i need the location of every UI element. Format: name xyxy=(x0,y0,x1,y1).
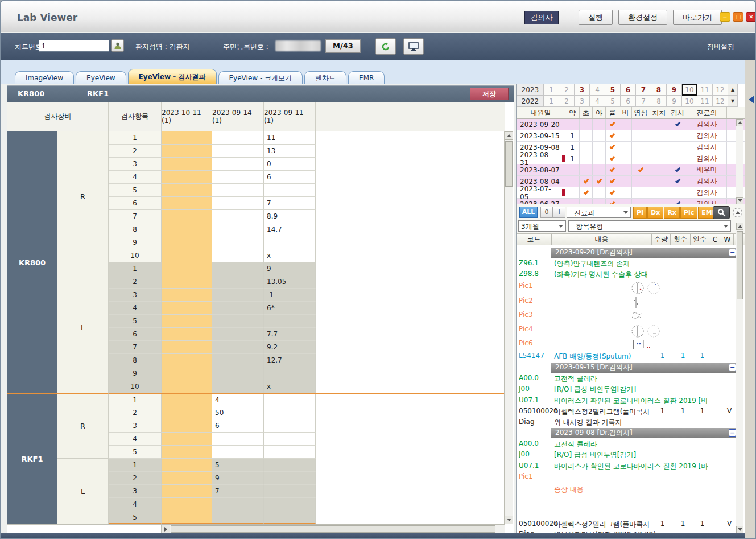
visit-row[interactable]: 2023-08-07배우미 xyxy=(517,164,745,176)
calendar-month-2022-6[interactable]: 6 xyxy=(621,96,636,107)
exam-cell[interactable] xyxy=(316,498,505,511)
exam-cell[interactable] xyxy=(212,210,264,223)
exam-cell[interactable]: 5 xyxy=(109,511,162,524)
exam-cell[interactable] xyxy=(212,223,264,236)
exam-cell[interactable] xyxy=(316,131,505,145)
calendar-month-2023-6[interactable]: 6 xyxy=(621,84,636,96)
exam-cell[interactable]: 7.7 xyxy=(264,328,316,341)
calendar-month-2022-8[interactable]: 8 xyxy=(651,96,667,107)
exam-cell[interactable] xyxy=(162,459,212,472)
exam-cell[interactable] xyxy=(212,158,264,171)
exam-cell[interactable] xyxy=(162,184,212,197)
exam-cell[interactable]: 6 xyxy=(264,171,316,184)
exam-cell[interactable] xyxy=(212,184,264,197)
exam-cell[interactable]: 14.7 xyxy=(264,223,316,236)
period-dropdown[interactable]: 3개월 xyxy=(518,220,566,232)
scroll-down-icon[interactable] xyxy=(505,516,513,524)
exam-cell[interactable] xyxy=(316,236,505,249)
calendar-month-2023-11[interactable]: 11 xyxy=(697,84,713,96)
exam-cell[interactable] xyxy=(162,394,212,406)
calendar-month-2023-8[interactable]: 8 xyxy=(651,84,667,96)
exam-cell[interactable]: 2 xyxy=(109,275,162,289)
calendar-month-2023-10[interactable]: 10 xyxy=(682,84,697,96)
calendar-scroll-down[interactable]: ▼ xyxy=(728,96,738,107)
detail-row[interactable]: 050100020아셀렉스정2밀리그램(폴마콕시111V xyxy=(517,519,745,529)
tab-penchart[interactable]: 펜차트 xyxy=(304,71,346,84)
exam-cell[interactable] xyxy=(162,472,212,485)
exam-cell[interactable]: 4 xyxy=(109,302,162,315)
exam-cell[interactable]: 3 xyxy=(109,158,162,171)
exam-cell[interactable] xyxy=(316,171,505,184)
exam-cell[interactable]: 2 xyxy=(109,406,162,419)
close-icon[interactable]: ✕ xyxy=(746,12,756,22)
tab-eyeview-zoom[interactable]: EyeView - 크게보기 xyxy=(218,71,303,84)
exam-cell[interactable] xyxy=(264,367,316,380)
detail-row[interactable]: Pic1 xyxy=(517,281,745,296)
exam-cell[interactable]: 9 xyxy=(109,236,162,249)
detail-row[interactable]: J00[R/O] 급성 비인두염[감기] xyxy=(517,450,745,461)
user-button[interactable]: 김의사 xyxy=(524,11,559,24)
detail-row[interactable]: Diag위 내시경 결과 기록지 xyxy=(517,417,745,428)
exam-cell[interactable]: 9.2 xyxy=(264,341,316,354)
exam-cell[interactable]: 6 xyxy=(109,197,162,210)
exam-cell[interactable] xyxy=(162,289,212,302)
exam-cell[interactable] xyxy=(316,380,505,393)
exam-cell[interactable] xyxy=(316,145,505,158)
scope-button-all[interactable]: ALL xyxy=(519,207,538,218)
exam-cell[interactable] xyxy=(162,328,212,341)
exam-cell[interactable]: -1 xyxy=(264,289,316,302)
calendar-month-2022-10[interactable]: 10 xyxy=(682,96,697,107)
exam-cell[interactable] xyxy=(264,446,316,459)
exam-cell[interactable] xyxy=(162,302,212,315)
exam-cell[interactable]: 1 xyxy=(109,262,162,275)
department-dropdown[interactable]: - 진료과 - xyxy=(567,207,631,218)
exam-cell[interactable] xyxy=(316,262,505,275)
exam-cell[interactable]: 4 xyxy=(109,171,162,184)
exam-cell[interactable] xyxy=(264,184,316,197)
exam-cell[interactable]: 4 xyxy=(109,433,162,446)
exam-cell[interactable] xyxy=(264,511,316,524)
exam-cell[interactable]: 6 xyxy=(109,328,162,341)
exam-cell[interactable]: 13.05 xyxy=(264,275,316,289)
exam-cell[interactable] xyxy=(162,275,212,289)
detail-row[interactable]: Pic6 xyxy=(517,339,745,351)
calendar-month-2022-11[interactable]: 11 xyxy=(697,96,713,107)
exam-cell[interactable] xyxy=(316,158,505,171)
exam-cell[interactable]: 1 xyxy=(109,394,162,406)
exam-cell[interactable]: 5 xyxy=(109,315,162,328)
exam-cell[interactable] xyxy=(212,367,264,380)
exam-cell[interactable] xyxy=(212,289,264,302)
exam-cell[interactable] xyxy=(162,262,212,275)
exam-cell[interactable] xyxy=(162,341,212,354)
exam-cell[interactable]: 7 xyxy=(264,197,316,210)
exam-cell[interactable] xyxy=(212,197,264,210)
detail-row[interactable]: Pic1 xyxy=(517,472,745,484)
scroll-up-icon[interactable] xyxy=(736,119,743,126)
exam-cell[interactable] xyxy=(162,367,212,380)
exam-cell[interactable]: x xyxy=(264,249,316,262)
exam-cell[interactable] xyxy=(212,354,264,367)
type-button-pi[interactable]: PI xyxy=(633,207,647,219)
detail-row[interactable]: 증상 내용 xyxy=(517,484,745,496)
exam-cell[interactable]: 7 xyxy=(212,485,264,498)
device-tab-rkf1[interactable]: RKF1 xyxy=(87,89,109,98)
detail-row[interactable]: U07.1바이러스가 확인된 코로나바이러스 질환 2019 [바 xyxy=(517,461,745,472)
exam-cell[interactable] xyxy=(212,145,264,158)
exam-cell[interactable]: 7 xyxy=(109,341,162,354)
scrollbar-thumb[interactable] xyxy=(737,231,743,299)
calendar-month-2022-2[interactable]: 2 xyxy=(559,96,575,107)
scroll-down-icon[interactable] xyxy=(736,526,743,533)
exam-cell[interactable]: 6* xyxy=(264,302,316,315)
exam-cell[interactable] xyxy=(162,446,212,459)
detail-row[interactable]: A00.0고전적 콜레라 xyxy=(517,439,745,450)
save-button[interactable]: 저장 xyxy=(470,88,509,100)
exam-cell[interactable] xyxy=(162,354,212,367)
exam-cell[interactable] xyxy=(212,341,264,354)
exam-cell[interactable] xyxy=(316,459,505,472)
calendar-month-2023-1[interactable]: 1 xyxy=(544,84,559,96)
exam-cell[interactable]: 13 xyxy=(264,145,316,158)
shortcut-button[interactable]: 바로가기 xyxy=(673,10,722,25)
tab-eyeview[interactable]: EyeView xyxy=(76,71,126,84)
exam-cell[interactable] xyxy=(316,472,505,485)
exam-cell[interactable] xyxy=(316,184,505,197)
